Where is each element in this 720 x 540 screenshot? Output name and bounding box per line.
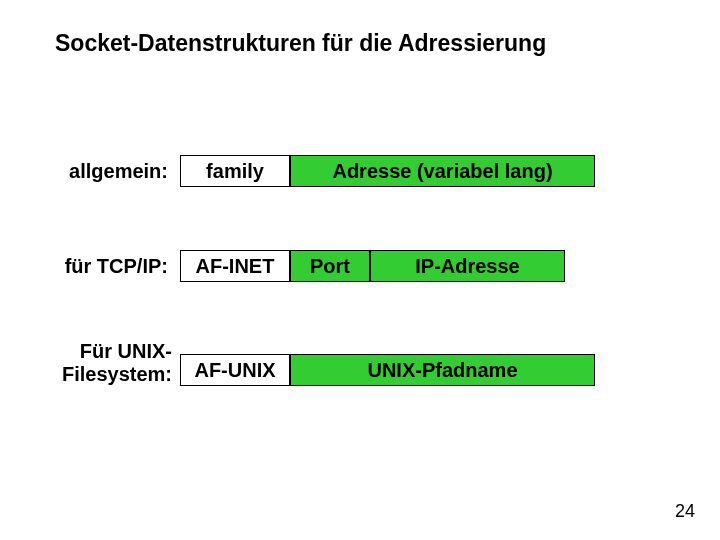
box-af-inet: AF-INET [180, 250, 290, 282]
boxes-tcpip: AF-INET Port IP-Adresse [180, 250, 565, 282]
label-unix-line2: Filesystem: [0, 363, 172, 386]
page-number: 24 [675, 501, 695, 522]
slide-title: Socket-Datenstrukturen für die Adressier… [55, 30, 546, 57]
row-unix: Für UNIX- Filesystem: AF-UNIX UNIX-Pfadn… [0, 340, 595, 386]
row-tcpip: für TCP/IP: AF-INET Port IP-Adresse [0, 250, 565, 282]
box-address-variable: Adresse (variabel lang) [290, 155, 595, 187]
label-tcpip: für TCP/IP: [0, 255, 180, 278]
box-unix-pathname: UNIX-Pfadname [290, 354, 595, 386]
label-unix: Für UNIX- Filesystem: [0, 340, 180, 386]
box-family: family [180, 155, 290, 187]
label-general: allgemein: [0, 160, 180, 183]
box-port: Port [290, 250, 370, 282]
box-ip-address: IP-Adresse [370, 250, 565, 282]
row-general: allgemein: family Adresse (variabel lang… [0, 155, 595, 187]
box-af-unix: AF-UNIX [180, 354, 290, 386]
boxes-unix: AF-UNIX UNIX-Pfadname [180, 354, 595, 386]
boxes-general: family Adresse (variabel lang) [180, 155, 595, 187]
label-unix-line1: Für UNIX- [0, 340, 172, 363]
